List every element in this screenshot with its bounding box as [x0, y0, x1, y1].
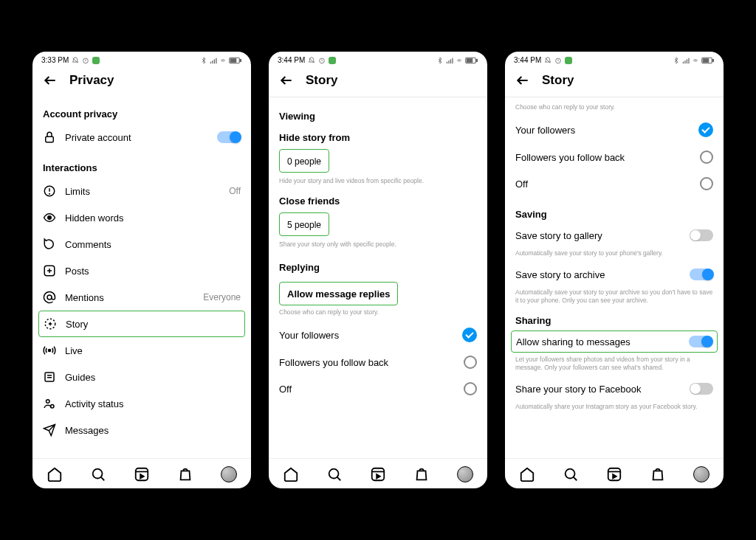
send-icon	[43, 423, 56, 437]
hint: Let your followers share photos and vide…	[515, 356, 713, 372]
radio-your-followers[interactable]: Your followers	[279, 321, 477, 349]
content: Viewing Hide story from 0 people Hide yo…	[269, 97, 487, 458]
home-icon[interactable]	[47, 466, 63, 482]
dnd-icon	[544, 57, 551, 64]
status-time: 3:33 PM	[41, 56, 69, 64]
label: Followers you follow back	[279, 357, 388, 368]
reels-icon[interactable]	[370, 466, 386, 482]
close-friends-value-highlighted[interactable]: 5 people	[279, 212, 329, 236]
bag-icon[interactable]	[177, 466, 193, 482]
svg-rect-40	[467, 58, 472, 62]
home-icon[interactable]	[283, 466, 299, 482]
radio-icon[interactable]	[464, 356, 477, 369]
svg-point-22	[49, 350, 51, 352]
profile-avatar[interactable]	[457, 466, 473, 482]
bag-icon[interactable]	[650, 466, 666, 482]
svg-line-43	[337, 477, 340, 481]
label: Followers you follow back	[515, 152, 625, 163]
profile-avatar[interactable]	[693, 466, 709, 482]
row-save-gallery[interactable]: Save story to gallery	[515, 223, 713, 248]
header: Story	[269, 66, 487, 97]
row-activity-status[interactable]: Activity status	[43, 390, 241, 417]
save-gallery-toggle[interactable]	[690, 229, 713, 241]
save-archive-toggle[interactable]	[690, 269, 713, 280]
radio-icon[interactable]	[464, 382, 477, 395]
row-posts[interactable]: Posts	[43, 257, 241, 284]
row-guides[interactable]: Guides	[43, 364, 241, 390]
header: Privacy	[32, 66, 251, 97]
hint: Hide your story and live videos from spe…	[279, 177, 477, 185]
value: Everyone	[203, 292, 241, 302]
row-messages[interactable]: Messages	[43, 417, 241, 443]
section-sharing: Sharing	[515, 315, 713, 326]
radio-checked-icon[interactable]	[462, 328, 477, 342]
row-hidden-words[interactable]: Hidden words	[43, 204, 241, 231]
header: Story	[505, 66, 724, 97]
radio-icon[interactable]	[700, 150, 713, 164]
svg-rect-4	[214, 59, 215, 63]
search-icon[interactable]	[90, 466, 106, 482]
bluetooth-icon	[436, 57, 444, 64]
at-icon	[43, 291, 56, 304]
row-limits[interactable]: Limits Off	[43, 178, 241, 204]
profile-avatar[interactable]	[221, 466, 237, 482]
label: Story	[66, 319, 88, 330]
label: Posts	[65, 266, 89, 277]
hint: Share your story only with specific peop…	[279, 240, 477, 249]
label: Private account	[65, 132, 131, 143]
back-icon[interactable]	[279, 73, 294, 88]
svg-rect-53	[712, 59, 714, 61]
page-title: Story	[306, 73, 337, 88]
svg-rect-34	[447, 61, 447, 63]
hint: Automatically save your story to your ph…	[515, 249, 713, 257]
radio-off[interactable]: Off	[515, 170, 713, 197]
page-title: Story	[542, 73, 574, 88]
allow-replies-highlighted: Allow message replies	[279, 282, 398, 305]
radio-your-followers[interactable]: Your followers	[515, 116, 713, 144]
reels-icon[interactable]	[134, 466, 150, 482]
svg-rect-2	[210, 61, 211, 63]
svg-rect-35	[448, 60, 449, 63]
alarm-icon	[82, 57, 89, 64]
label: Your followers	[515, 125, 575, 136]
reels-icon[interactable]	[606, 466, 622, 482]
row-share-facebook[interactable]: Share your story to Facebook	[515, 376, 713, 401]
battery-icon	[229, 57, 242, 64]
label: Messages	[65, 425, 109, 436]
row-private-account[interactable]: Private account	[43, 124, 241, 150]
svg-point-28	[92, 469, 102, 479]
allow-sharing-toggle[interactable]	[689, 336, 712, 347]
svg-rect-51	[688, 58, 689, 63]
home-icon[interactable]	[519, 466, 535, 482]
row-live[interactable]: Live	[43, 337, 241, 364]
radio-follow-back[interactable]: Followers you follow back	[515, 144, 713, 170]
status-bar: 3:44 PM	[505, 52, 724, 66]
svg-point-14	[48, 216, 52, 220]
hint-top: Choose who can reply to your story.	[515, 103, 713, 111]
radio-follow-back[interactable]: Followers you follow back	[279, 349, 477, 375]
status-time: 3:44 PM	[514, 56, 541, 64]
search-icon[interactable]	[326, 466, 343, 482]
comment-icon	[43, 238, 56, 251]
row-save-archive[interactable]: Save story to archive	[515, 262, 713, 287]
row-story-highlighted[interactable]: Story	[38, 311, 245, 337]
row-mentions[interactable]: Mentions Everyone	[43, 284, 241, 311]
search-icon[interactable]	[563, 466, 579, 482]
radio-icon[interactable]	[700, 177, 713, 190]
row-comments[interactable]: Comments	[43, 231, 241, 257]
row-allow-sharing-highlighted[interactable]: Allow sharing to messages	[511, 330, 718, 353]
bluetooth-icon	[200, 57, 207, 64]
hide-story-value-highlighted[interactable]: 0 people	[279, 149, 329, 173]
share-facebook-toggle[interactable]	[690, 383, 713, 395]
back-icon[interactable]	[43, 73, 58, 88]
svg-rect-8	[230, 58, 236, 62]
radio-checked-icon[interactable]	[698, 122, 713, 137]
label: Your followers	[279, 330, 339, 341]
story-icon	[44, 317, 57, 330]
label: Live	[65, 345, 83, 356]
label: Hidden words	[65, 212, 124, 224]
radio-off[interactable]: Off	[279, 375, 477, 402]
private-account-toggle[interactable]	[217, 131, 241, 143]
back-icon[interactable]	[515, 73, 530, 88]
bag-icon[interactable]	[413, 466, 430, 482]
